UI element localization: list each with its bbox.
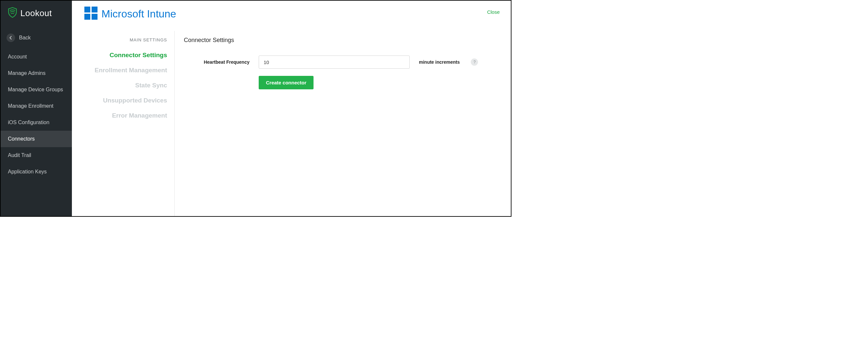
detail-panel: Connector Settings Heartbeat Frequency m… [175,31,511,216]
connector-title: Microsoft Intune [101,8,176,20]
settings-tab-enrollment-management: Enrollment Management [79,67,167,74]
sidebar-item-manage-admins[interactable]: Manage Admins [1,65,72,82]
sidebar-item-account[interactable]: Account [1,49,72,65]
close-button[interactable]: Close [487,6,500,15]
settings-tab-error-management: Error Management [79,112,167,119]
connector-header: Microsoft Intune [84,6,176,21]
back-label: Back [19,35,31,41]
main-panel: Microsoft Intune Close MAIN SETTINGS Con… [72,1,511,216]
sidebar-item-application-keys[interactable]: Application Keys [1,163,72,180]
brand-name: Lookout [20,8,52,19]
svg-rect-0 [84,6,90,12]
sidebar-item-connectors[interactable]: Connectors [1,131,72,147]
settings-tab-state-sync: State Sync [79,82,167,89]
help-icon[interactable]: ? [471,58,478,66]
heartbeat-input[interactable] [259,56,410,69]
heartbeat-row: Heartbeat Frequency minute increments ? [184,56,502,69]
settings-nav-title: MAIN SETTINGS [79,37,167,42]
brand-logo: Lookout [1,1,72,30]
sidebar-item-audit-trail[interactable]: Audit Trail [1,147,72,163]
sidebar-item-manage-device-groups[interactable]: Manage Device Groups [1,82,72,98]
lookout-shield-icon [8,7,17,19]
heartbeat-suffix: minute increments [419,59,460,65]
svg-rect-1 [92,6,97,12]
header: Microsoft Intune Close [72,1,511,31]
back-button[interactable]: Back [1,30,72,49]
chevron-left-icon [6,33,15,42]
detail-title: Connector Settings [184,37,502,44]
create-connector-button[interactable]: Create connector [259,76,313,89]
settings-nav: MAIN SETTINGS Connector Settings Enrollm… [72,31,175,216]
sidebar: Lookout Back Account Manage Admins Manag… [1,1,72,216]
microsoft-logo-icon [84,6,97,21]
settings-tab-unsupported-devices: Unsupported Devices [79,97,167,104]
heartbeat-label: Heartbeat Frequency [184,59,249,65]
settings-tab-connector-settings[interactable]: Connector Settings [79,52,167,59]
sidebar-item-manage-enrollment[interactable]: Manage Enrollment [1,98,72,114]
sidebar-item-ios-configuration[interactable]: iOS Configuration [1,114,72,131]
svg-rect-3 [92,14,97,20]
svg-rect-2 [84,14,90,20]
content-row: MAIN SETTINGS Connector Settings Enrollm… [72,31,511,216]
